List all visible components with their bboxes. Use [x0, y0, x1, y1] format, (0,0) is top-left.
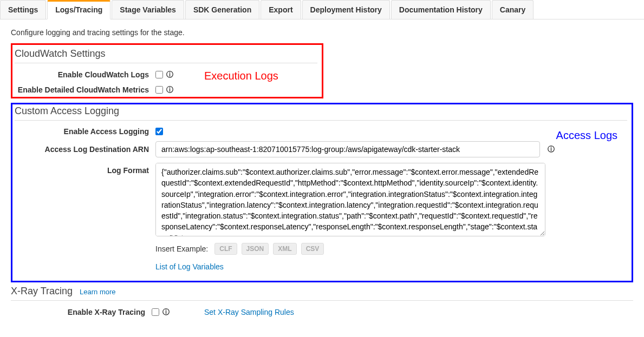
enable-access-logging-label: Enable Access Logging	[15, 127, 155, 136]
tab-canary[interactable]: Canary	[492, 0, 534, 19]
enable-detailed-metrics-label: Enable Detailed CloudWatch Metrics	[15, 85, 155, 94]
list-of-log-variables-link[interactable]: List of Log Variables	[155, 262, 224, 271]
enable-access-logging-checkbox[interactable]	[155, 128, 163, 135]
info-icon[interactable]	[547, 144, 555, 154]
info-icon[interactable]	[165, 70, 173, 80]
set-xray-sampling-rules-link[interactable]: Set X-Ray Sampling Rules	[204, 308, 294, 316]
tab-documentation-history[interactable]: Documentation History	[391, 0, 491, 19]
page-content: Configure logging and tracing settings f…	[0, 19, 644, 336]
tab-logs-tracing[interactable]: Logs/Tracing	[47, 0, 110, 19]
tab-export[interactable]: Export	[261, 0, 301, 19]
info-icon[interactable]	[165, 85, 173, 95]
tab-deployment-history[interactable]: Deployment History	[302, 0, 390, 19]
enable-cloudwatch-logs-checkbox[interactable]	[155, 71, 163, 78]
insert-xml-button[interactable]: XML	[273, 243, 296, 255]
enable-xray-label: Enable X-Ray Tracing	[11, 308, 152, 316]
access-log-arn-label: Access Log Destination ARN	[15, 145, 155, 154]
insert-csv-button[interactable]: CSV	[301, 243, 324, 255]
enable-cloudwatch-logs-label: Enable CloudWatch Logs	[15, 70, 155, 79]
intro-text: Configure logging and tracing settings f…	[11, 28, 633, 37]
log-format-label: Log Format	[15, 163, 155, 175]
tab-sdk-generation[interactable]: SDK Generation	[185, 0, 259, 19]
info-icon[interactable]	[161, 307, 170, 317]
insert-clf-button[interactable]: CLF	[214, 243, 237, 255]
xray-title-text: X-Ray Tracing	[11, 286, 73, 296]
xray-title: X-Ray Tracing Learn more	[11, 286, 633, 301]
insert-example-label: Insert Example:	[155, 245, 208, 253]
tab-stage-variables[interactable]: Stage Variables	[112, 0, 184, 19]
cloudwatch-section-highlight: CloudWatch Settings Execution Logs Enabl…	[11, 43, 323, 98]
tab-bar: Settings Logs/Tracing Stage Variables SD…	[0, 0, 644, 19]
access-log-arn-input[interactable]	[155, 141, 540, 157]
enable-xray-checkbox[interactable]	[152, 308, 159, 316]
enable-detailed-metrics-checkbox[interactable]	[155, 86, 163, 94]
log-format-textarea[interactable]	[155, 163, 545, 236]
xray-learn-more-link[interactable]: Learn more	[80, 288, 115, 296]
tab-settings[interactable]: Settings	[0, 0, 46, 19]
access-logging-title: Custom Access Logging	[15, 104, 627, 121]
access-logging-section-highlight: Custom Access Logging Access Logs Enable…	[11, 103, 633, 282]
cloudwatch-title: CloudWatch Settings	[15, 48, 317, 63]
insert-json-button[interactable]: JSON	[242, 243, 269, 255]
